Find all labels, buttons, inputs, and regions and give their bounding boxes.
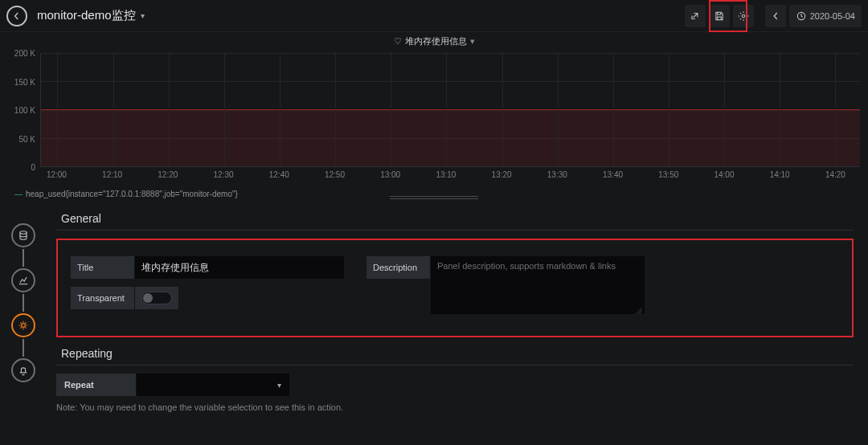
svg-point-0 [742, 14, 745, 18]
chevron-down-icon: ▾ [277, 381, 281, 390]
chart: 200 K150 K100 K50 K0 12:0012:1012:2012:3… [8, 50, 860, 186]
x-tick-label: 12:00 [47, 170, 67, 179]
arrow-left-icon [11, 10, 23, 22]
y-tick-label: 50 K [18, 134, 35, 143]
bug-gear-icon [18, 320, 29, 331]
database-icon [18, 230, 29, 241]
svg-point-3 [22, 324, 26, 328]
description-textarea[interactable] [431, 256, 645, 314]
y-tick-label: 150 K [14, 77, 35, 86]
chart-series-area [41, 110, 860, 167]
gear-icon [738, 10, 749, 22]
y-tick-label: 0 [31, 163, 35, 172]
clock-icon [796, 10, 807, 22]
chart-series-line [41, 109, 860, 110]
chart-icon [18, 275, 29, 286]
heart-icon: ♡ [394, 36, 402, 47]
x-tick-label: 12:20 [158, 170, 178, 179]
time-range-picker[interactable]: 2020-05-04 [789, 5, 862, 27]
tab-general[interactable] [11, 313, 35, 337]
general-fields-highlight: Title Transparent Description [56, 239, 854, 337]
time-range-label: 2020-05-04 [810, 11, 855, 21]
transparent-toggle[interactable] [141, 292, 172, 304]
x-tick-label: 12:40 [269, 170, 289, 179]
title-label: Title [71, 256, 135, 279]
bell-icon [18, 365, 29, 376]
x-tick-label: 12:50 [325, 170, 345, 179]
back-button[interactable] [6, 6, 27, 27]
x-tick-label: 13:30 [547, 170, 567, 179]
tab-queries[interactable] [11, 223, 35, 247]
panel-editor: General Title Transparent [0, 199, 868, 445]
repeat-select[interactable]: ▾ [137, 374, 289, 396]
y-tick-label: 100 K [14, 106, 35, 115]
section-title-repeating: Repeating [56, 345, 854, 365]
save-icon [714, 10, 725, 22]
repeat-label: Repeat [56, 374, 137, 396]
title-field-row: Title [71, 256, 344, 279]
panel-title: 堆内存使用信息 [405, 35, 467, 47]
x-tick-label: 13:20 [492, 170, 512, 179]
save-button[interactable] [709, 5, 730, 27]
x-tick-label: 13:50 [658, 170, 678, 179]
dashboard-title-dropdown[interactable]: monitor-demo监控 ▾ [37, 8, 145, 23]
chart-plot-area [40, 53, 860, 167]
tab-visualization[interactable] [11, 268, 35, 292]
y-tick-label: 200 K [14, 49, 35, 58]
settings-button[interactable] [733, 5, 754, 27]
description-label: Description [366, 256, 431, 279]
x-tick-label: 12:10 [102, 170, 122, 179]
tab-alert[interactable] [11, 358, 35, 382]
chevron-down-icon: ▾ [470, 36, 475, 47]
x-tick-label: 13:10 [436, 170, 456, 179]
x-tick-label: 14:10 [770, 170, 790, 179]
repeat-note: Note: You may need to change the variabl… [56, 402, 854, 412]
chart-x-axis: 12:0012:1012:2012:3012:4012:5013:0013:10… [40, 170, 860, 183]
chevron-down-icon: ▾ [141, 11, 145, 20]
x-tick-label: 13:00 [380, 170, 400, 179]
legend-line-icon: — [14, 190, 23, 198]
x-tick-label: 14:00 [714, 170, 734, 179]
legend-series-label: heap_used{instance="127.0.0.1:8888",job=… [26, 190, 238, 198]
editor-tab-list [0, 199, 47, 445]
share-button[interactable] [685, 5, 706, 27]
x-tick-label: 13:40 [603, 170, 623, 179]
svg-point-2 [20, 231, 27, 235]
x-tick-label: 12:30 [214, 170, 234, 179]
top-bar: monitor-demo监控 ▾ 2020-05-04 [0, 0, 868, 32]
share-icon [690, 10, 701, 22]
transparent-label: Transparent [71, 287, 135, 309]
x-tick-label: 14:20 [825, 170, 845, 179]
section-title-general: General [56, 210, 854, 231]
chevron-left-icon [770, 10, 781, 22]
title-input[interactable] [135, 256, 344, 279]
chart-y-axis: 200 K150 K100 K50 K0 [8, 53, 37, 167]
transparent-field-row: Transparent [71, 287, 344, 309]
description-field-row: Description [366, 256, 645, 316]
repeat-field-row: Repeat ▾ [56, 374, 854, 396]
time-left-button[interactable] [765, 5, 786, 27]
panel-title-bar[interactable]: ♡ 堆内存使用信息 ▾ [0, 32, 868, 50]
dashboard-title: monitor-demo监控 [37, 8, 136, 23]
